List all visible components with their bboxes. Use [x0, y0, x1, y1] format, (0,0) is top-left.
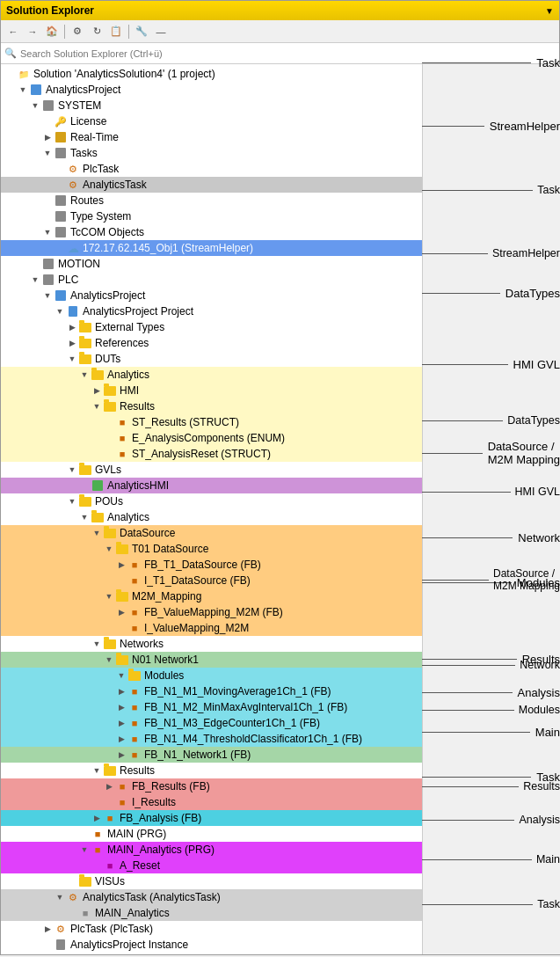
list-item[interactable]: ▼ AnalyticsProject Project: [1, 303, 422, 319]
list-item[interactable]: ▶ ■ FB_ValueMapping_M2M (FB): [1, 604, 422, 620]
expand-btn[interactable]: ▼: [66, 464, 78, 476]
expand-btn[interactable]: ▼: [91, 638, 103, 650]
list-item[interactable]: Routes: [1, 193, 422, 208]
list-item[interactable]: ⚙ AnalyticsTask: [1, 177, 422, 193]
list-item[interactable]: ▶ ■ FB_N1_M1_MovingAverage1Ch_1 (FB): [1, 683, 422, 699]
expand-btn[interactable]: ▼: [103, 543, 115, 555]
list-item[interactable]: ▼ ⚙ AnalyticsTask (AnalyticsTask): [1, 889, 422, 905]
list-item[interactable]: ■ I_Results: [1, 794, 422, 810]
list-item[interactable]: AnalyticsProject Instance: [1, 937, 422, 953]
expand-btn[interactable]: ▼: [54, 891, 66, 903]
list-item[interactable]: ■ ST_AnalysisReset (STRUCT): [1, 446, 422, 462]
list-item[interactable]: ▼ T01 DataSource: [1, 541, 422, 557]
list-item[interactable]: ▼ Analytics: [1, 367, 422, 383]
list-item[interactable]: ▶ ■ FB_N1_Network1 (FB): [1, 747, 422, 763]
list-item[interactable]: ▼ M2M_Mapping: [1, 588, 422, 604]
list-item[interactable]: ▼ SYSTEM: [1, 98, 422, 113]
expand-btn[interactable]: ▶: [91, 384, 103, 397]
refresh-button[interactable]: ↻: [88, 23, 105, 40]
expand-btn[interactable]: ▶: [115, 685, 127, 698]
forward-button[interactable]: →: [24, 23, 41, 40]
list-item[interactable]: ■ A_Reset: [1, 858, 422, 873]
expand-btn[interactable]: ▼: [91, 400, 103, 413]
expand-btn[interactable]: ▼: [78, 369, 91, 381]
search-input[interactable]: [20, 48, 556, 59]
expand-btn[interactable]: ▼: [66, 353, 78, 365]
expand-btn[interactable]: ▶: [41, 131, 54, 143]
list-item[interactable]: ▼ Results: [1, 398, 422, 414]
expand-btn[interactable]: ▶: [115, 701, 127, 713]
list-item[interactable]: ▼ DUTs: [1, 351, 422, 367]
expand-btn[interactable]: ▼: [41, 289, 54, 302]
expand-btn[interactable]: ▼: [78, 844, 91, 856]
list-item[interactable]: ■ I_ValueMapping_M2M: [1, 620, 422, 636]
clipboard-button[interactable]: 📋: [107, 23, 125, 40]
list-item[interactable]: ■ MAIN_Analytics: [1, 905, 422, 921]
list-item[interactable]: ▶ ■ FB_Analysis (FB): [1, 810, 422, 826]
expand-btn[interactable]: ▼: [54, 305, 66, 318]
settings-button[interactable]: ⚙: [69, 23, 86, 40]
list-item[interactable]: ▼ Analytics: [1, 509, 422, 525]
expand-btn[interactable]: ▶: [115, 749, 127, 761]
home-button[interactable]: 🏠: [43, 23, 61, 40]
list-item[interactable]: ▼ Tasks: [1, 145, 422, 161]
list-item[interactable]: ■ ST_Results (STRUCT): [1, 414, 422, 430]
wrench-button[interactable]: 🔧: [133, 23, 150, 40]
list-item[interactable]: ▼ GVLs: [1, 462, 422, 478]
list-item[interactable]: ▶ ■ FB_Results (FB): [1, 778, 422, 794]
list-item[interactable]: MOTION: [1, 256, 422, 272]
list-item[interactable]: Type System: [1, 208, 422, 224]
expand-btn[interactable]: ▶: [115, 559, 127, 571]
list-item[interactable]: ▼ AnalyticsProject: [1, 288, 422, 303]
list-item[interactable]: ▼ N01 Network1: [1, 652, 422, 668]
list-item[interactable]: ▶ External Types: [1, 319, 422, 335]
list-item[interactable]: ▼ TcCOM Objects: [1, 224, 422, 240]
expand-btn[interactable]: ▶: [66, 321, 78, 333]
list-item[interactable]: ▼ PLC: [1, 272, 422, 288]
expand-btn[interactable]: ▼: [29, 99, 41, 112]
list-item[interactable]: ☁ 172.17.62.145_Obj1 (StreamHelper): [1, 240, 422, 256]
list-item[interactable]: ▼ Results: [1, 763, 422, 778]
expand-btn[interactable]: ▼: [41, 226, 54, 238]
expand-btn[interactable]: ▼: [66, 495, 78, 508]
list-item[interactable]: ▶ HMI: [1, 383, 422, 398]
list-item[interactable]: ▼ ■ MAIN_Analytics (PRG): [1, 842, 422, 858]
list-item[interactable]: ▼ POUs: [1, 493, 422, 509]
back-button[interactable]: ←: [4, 23, 22, 40]
list-item[interactable]: ▼ AnalyticsProject: [1, 82, 422, 98]
list-item[interactable]: ▶ ⚙ PlcTask (PlcTask): [1, 921, 422, 937]
list-item[interactable]: ■ I_T1_DataSource (FB): [1, 573, 422, 588]
expand-btn[interactable]: ▼: [91, 527, 103, 539]
list-item[interactable]: VISUs: [1, 873, 422, 889]
expand-btn[interactable]: ▼: [115, 669, 127, 682]
list-item[interactable]: ▼ Networks: [1, 636, 422, 652]
list-item[interactable]: ▶ References: [1, 335, 422, 351]
expand-btn[interactable]: ▼: [29, 274, 41, 286]
list-item[interactable]: ▶ ■ FB_N1_M2_MinMaxAvgInterval1Ch_1 (FB): [1, 699, 422, 715]
expand-btn[interactable]: ▼: [17, 84, 29, 96]
list-item[interactable]: ▼ DataSource: [1, 525, 422, 541]
list-item[interactable]: ▼ Modules: [1, 668, 422, 683]
expand-btn[interactable]: ▶: [91, 812, 103, 824]
list-item[interactable]: AnalyticsHMI: [1, 478, 422, 493]
expand-btn[interactable]: ▼: [41, 147, 54, 159]
list-item[interactable]: ⚙ PlcTask: [1, 161, 422, 177]
expand-btn[interactable]: ▶: [115, 717, 127, 729]
expand-btn[interactable]: ▼: [91, 764, 103, 777]
list-item[interactable]: ▶ ■ FB_N1_M3_EdgeCounter1Ch_1 (FB): [1, 715, 422, 731]
expand-btn[interactable]: ▼: [103, 654, 115, 666]
expand-btn[interactable]: ▼: [78, 511, 91, 523]
expand-btn[interactable]: ▶: [66, 337, 78, 349]
expand-btn[interactable]: ▶: [103, 780, 115, 793]
list-item[interactable]: ▶ ■ FB_T1_DataSource (FB): [1, 557, 422, 573]
list-item[interactable]: ■ E_AnalysisComponents (ENUM): [1, 430, 422, 446]
expand-btn[interactable]: ▶: [115, 733, 127, 745]
list-item[interactable]: ▶ Real-Time: [1, 129, 422, 145]
expand-btn[interactable]: ▶: [41, 923, 54, 935]
list-item[interactable]: ■ MAIN (PRG): [1, 826, 422, 842]
list-item[interactable]: 🔑 License: [1, 113, 422, 129]
list-item[interactable]: 📁 Solution 'AnalyticsSolution4' (1 proje…: [1, 66, 422, 82]
expand-btn[interactable]: ▼: [103, 590, 115, 603]
minus-button[interactable]: —: [152, 23, 170, 40]
list-item[interactable]: ▶ ■ FB_N1_M4_ThresholdClassificator1Ch_1…: [1, 731, 422, 747]
